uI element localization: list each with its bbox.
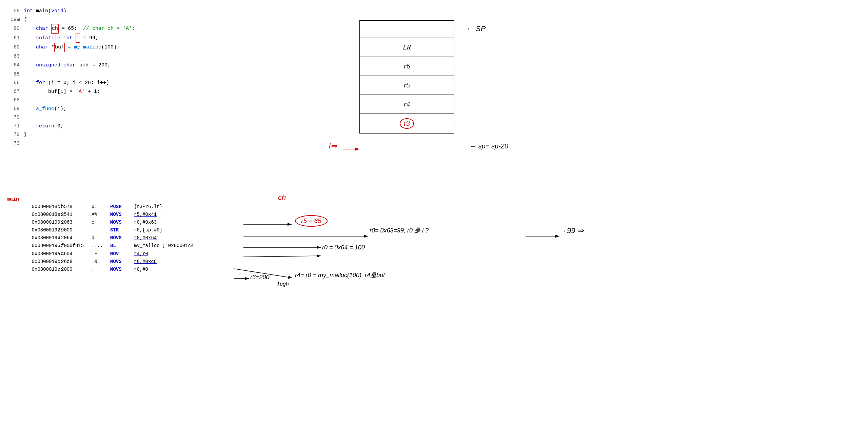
asm-char: .& [92, 258, 110, 266]
ch-annotation: ch [278, 193, 286, 202]
line-number: 66 [7, 79, 24, 87]
r5-eq-annotation: r5 = 65 [295, 215, 328, 227]
code-line-73: 73 [7, 139, 298, 148]
asm-line-7: 0x0800019a: 4604 .F MOV r4,r0 [7, 250, 298, 258]
stack-box: LR r6 r5 r4 r3 [359, 20, 454, 134]
asm-args: {r3-r6,lr} [134, 203, 162, 211]
stack-row-r3: r3 [360, 114, 454, 133]
asm-line-3: 0x08000190: 2063 c MOVS r0,#0x63 [7, 219, 298, 226]
asm-op: STR [110, 226, 134, 234]
asm-args: my_malloc ; 0x80001c4 [134, 242, 194, 250]
code-text: for (i = 0; i < 26; i++) [24, 79, 109, 87]
asm-char: .. [92, 226, 110, 234]
asm-char: . [92, 266, 110, 273]
asm-line-9: 0x0800019e: 2000 . MOVS r0,#0 [7, 266, 298, 273]
asm-addr: 0x08000190: [7, 219, 61, 226]
asm-line-5: 0x08000194: 2064 d MOVS r0,#0x64 [7, 234, 298, 242]
asm-addr: 0x0800019e: [7, 266, 61, 273]
asm-hex: 26c8 [61, 258, 92, 266]
stack-diagram: LR r6 r5 r4 r3 [359, 20, 454, 134]
line-number: 72 [7, 130, 24, 139]
line-number: 62 [7, 43, 24, 52]
asm-op: PUSH [110, 203, 134, 211]
code-line-61: 61 volatile int i = 99; [7, 34, 298, 43]
line-number: 69 [7, 105, 24, 114]
code-line-59: 59⊟ { [7, 16, 298, 24]
code-line-72: 72 } [7, 130, 298, 139]
line-number: 63 [7, 52, 24, 61]
code-line-64: 64 unsigned char uch = 200; [7, 61, 298, 70]
asm-addr: 0x08000192: [7, 226, 61, 234]
arrow-99-annotation: →99 ⇒ [559, 226, 584, 235]
stack-label-r4: r4 [404, 100, 410, 108]
code-text: int main(void) [24, 7, 66, 16]
stack-label-r6: r6 [404, 62, 410, 70]
asm-func-label: main [7, 197, 298, 202]
asm-addr: 0x08000194: [7, 234, 61, 242]
i-arrow-label: i⇒ [329, 142, 337, 150]
asm-op: MOVS [110, 219, 134, 226]
code-line-69: 69 a_func(i); [7, 105, 298, 114]
asm-char: d [92, 234, 110, 242]
code-line-63: 63 [7, 52, 298, 61]
code-text: char ch = 65; // char ch = 'A'; [24, 24, 135, 34]
code-text: a_func(i); [24, 105, 66, 114]
asm-hex: 9000 [61, 226, 92, 234]
asm-addr: 0x0800018c: [7, 203, 61, 211]
stack-row-r5: r5 [360, 76, 454, 95]
code-line-68: 68 [7, 96, 298, 105]
r6-eq-annotation: r6=200 [250, 274, 270, 281]
stack-row-r4: r4 [360, 95, 454, 114]
asm-args: r0,#0x63 [134, 219, 157, 226]
asm-args: r5,#0x41 [134, 211, 157, 219]
asm-args: r0,#0x64 [134, 234, 157, 242]
asm-op: BL [110, 242, 134, 250]
asm-hex: 2000 [61, 266, 92, 273]
asm-addr: 0x0800018e: [7, 211, 61, 219]
asm-args: r6,#0xc8 [134, 258, 157, 266]
sp-label: ← SP [466, 24, 486, 33]
stack-row-r6: r6 [360, 57, 454, 76]
asm-addr: 0x0800019a: [7, 250, 61, 258]
asm-op: MOV [110, 250, 134, 258]
line-number: 61 [7, 34, 24, 43]
asm-hex: 2063 [61, 219, 92, 226]
code-text: } [24, 130, 27, 139]
asm-hex: b578 [61, 203, 92, 211]
asm-char: x. [92, 203, 110, 211]
stack-label-r3: r3 [400, 118, 414, 129]
code-text: buf[i] = 'A' + i; [24, 87, 100, 96]
line-number: 73 [7, 139, 24, 148]
asm-op: MOVS [110, 211, 134, 219]
line-number: 60 [7, 24, 24, 33]
stack-row-empty1 [360, 21, 454, 38]
code-line-70: 70 [7, 113, 298, 122]
stack-row-lr: LR [360, 38, 454, 57]
r0-eq-annotation: r0= 0x63=99, r0 是 i ? [370, 226, 429, 234]
code-line-62: 62 char *buf = my_malloc(100); [7, 43, 298, 52]
code-text: unsigned char uch = 200; [24, 61, 111, 70]
asm-panel: main 0x0800018c: b578 x. PUSH {r3-r6,lr}… [7, 197, 298, 273]
code-line-58: 58 int main(void) [7, 7, 298, 16]
asm-hex: 4604 [61, 250, 92, 258]
line-number: 67 [7, 87, 24, 96]
ugh-annotation: 1ugh [277, 281, 289, 287]
code-text: return 0; [24, 122, 63, 131]
code-text: volatile int i = 99; [24, 34, 98, 43]
asm-char: .... [92, 242, 110, 250]
code-panel: 58 int main(void) 59⊟ { 60 char ch = 65;… [7, 7, 298, 148]
asm-args: r4,r0 [134, 250, 148, 258]
asm-op: MOVS [110, 234, 134, 242]
asm-char: .F [92, 250, 110, 258]
code-text: char *buf = my_malloc(100); [24, 43, 120, 52]
asm-line-4: 0x08000192: 9000 .. STR r0,[sp,#0] [7, 226, 298, 234]
line-number: 59⊟ [7, 16, 24, 24]
asm-hex: 2064 [61, 234, 92, 242]
asm-op: MOVS [110, 266, 134, 273]
code-line-60: 60 char ch = 65; // char ch = 'A'; [7, 24, 298, 34]
code-text: { [24, 16, 27, 24]
asm-args: r0,[sp,#0] [134, 226, 162, 234]
line-number: 71 [7, 122, 24, 131]
code-line-71: 71 return 0; [7, 122, 298, 131]
asm-line-6: 0x08000196: f000f815 .... BL my_malloc ;… [7, 242, 298, 250]
